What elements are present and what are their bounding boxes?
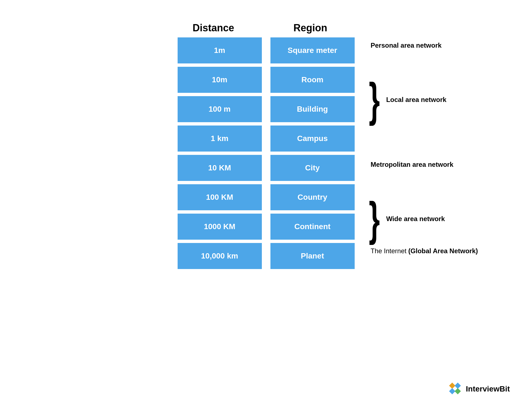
man-label: Metropolitan area network xyxy=(371,161,454,168)
pan-annotation: Personal area network xyxy=(371,42,442,49)
distance-cell-6: 1000 KM xyxy=(177,213,263,240)
distance-cell-2: 100 m xyxy=(177,95,263,123)
svg-rect-3 xyxy=(455,388,461,395)
region-cell-7: Planet xyxy=(270,242,355,270)
distance-cell-7: 10,000 km xyxy=(177,242,263,270)
interviewbit-logo-icon xyxy=(449,382,462,396)
lan-label: Local area network xyxy=(386,96,446,104)
region-header: Region xyxy=(266,22,355,34)
internet-label: The Internet (Global Area Network) xyxy=(371,247,478,255)
region-cell-6: Continent xyxy=(270,213,355,240)
internet-annotation: The Internet (Global Area Network) xyxy=(371,247,478,255)
region-cell-0: Square meter xyxy=(270,37,355,64)
region-cell-4: City xyxy=(270,154,355,182)
distance-cell-0: 1m xyxy=(177,37,263,64)
annotations-area: Personal area network } Local area netwo… xyxy=(365,37,526,270)
logo-area: InterviewBit xyxy=(449,382,510,396)
logo-text: InterviewBit xyxy=(466,385,510,393)
svg-rect-2 xyxy=(449,388,456,395)
svg-rect-0 xyxy=(449,383,456,389)
region-cell-2: Building xyxy=(270,95,355,123)
distance-header: Distance xyxy=(169,22,258,34)
svg-rect-1 xyxy=(455,383,461,389)
distance-column: 1m10m100 m1 km10 KM100 KM1000 KM10,000 k… xyxy=(177,37,263,270)
distance-cell-3: 1 km xyxy=(177,125,263,152)
distance-cell-4: 10 KM xyxy=(177,154,263,182)
region-column: Square meterRoomBuildingCampusCityCountr… xyxy=(270,37,355,270)
man-annotation: Metropolitan area network xyxy=(371,161,454,168)
region-cell-5: Country xyxy=(270,183,355,211)
region-cell-3: Campus xyxy=(270,125,355,152)
region-cell-1: Room xyxy=(270,66,355,94)
distance-cell-5: 100 KM xyxy=(177,183,263,211)
wan-label: Wide area network xyxy=(386,215,445,223)
pan-label: Personal area network xyxy=(371,42,442,49)
distance-cell-1: 10m xyxy=(177,66,263,94)
